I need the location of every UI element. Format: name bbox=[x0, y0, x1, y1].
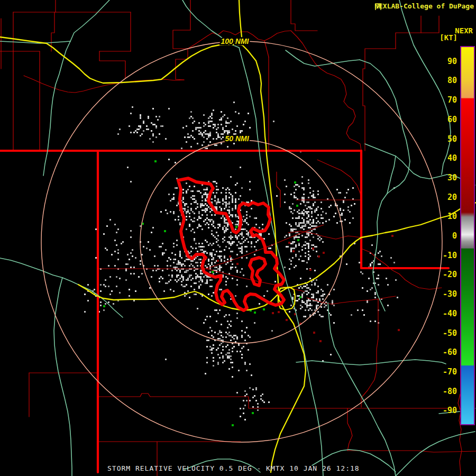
colorbar-tick: 40 bbox=[447, 153, 457, 163]
radar-map: 100 NMI 50 NMI bbox=[0, 0, 476, 476]
colorbar-tick: -80 bbox=[443, 387, 457, 396]
colorbar-tick: -40 bbox=[443, 309, 457, 318]
colorbar-tick: 70 bbox=[447, 95, 457, 105]
colorbar-tick: 60 bbox=[447, 115, 457, 124]
colorbar-tick: -30 bbox=[443, 289, 457, 299]
range-ring-100-label: 100 NMI bbox=[221, 37, 250, 45]
colorbar-tick: -20 bbox=[443, 270, 457, 279]
colorbar-product-label: NEXR bbox=[455, 26, 473, 35]
brand-banner: NEXLAB-College of DuPage bbox=[374, 2, 474, 10]
external-link-icon bbox=[374, 2, 382, 11]
range-ring-50-label: 50 NMI bbox=[225, 134, 249, 143]
colorbar-gradient bbox=[461, 47, 474, 424]
colorbar-tick: 50 bbox=[447, 134, 457, 144]
colorbar-tick: 90 bbox=[447, 57, 457, 66]
colorbar-tick: 80 bbox=[447, 76, 457, 85]
colorbar-tick: 30 bbox=[447, 173, 457, 182]
velocity-colorbar bbox=[460, 46, 475, 425]
brand-text: NEXLAB-College of DuPage bbox=[374, 2, 474, 10]
colorbar-tick: -90 bbox=[443, 406, 457, 415]
colorbar-tick: 10 bbox=[447, 212, 457, 221]
colorbar-units-label: [KT] bbox=[440, 33, 457, 42]
colorbar-tick: -60 bbox=[443, 347, 457, 357]
colorbar-tick: -70 bbox=[443, 367, 457, 377]
colorbar-tick: -10 bbox=[443, 251, 457, 260]
colorbar-tick: -50 bbox=[443, 328, 457, 338]
colorbar-tick: 0 bbox=[452, 231, 457, 241]
radar-viewer: 100 NMI 50 NMI NEXLAB-College of DuPage … bbox=[0, 0, 476, 476]
colorbar-tick: 20 bbox=[447, 193, 457, 202]
product-status-text: STORM RELATIVE VELOCITY 0.5 DEG - KMTX 1… bbox=[107, 464, 360, 472]
